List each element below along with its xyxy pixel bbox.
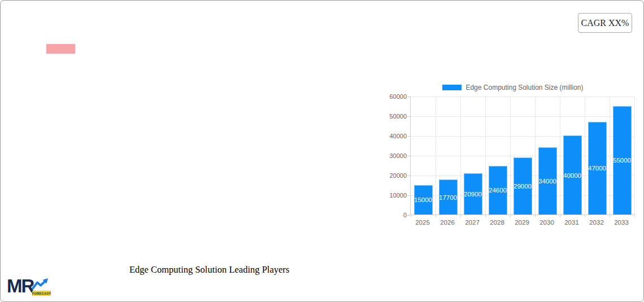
x-gridline [485, 97, 486, 215]
x-gridline [535, 97, 536, 215]
y-tick-mark [407, 176, 410, 176]
y-tick-mark [407, 215, 410, 216]
x-gridline [634, 97, 635, 215]
x-tick-mark [535, 215, 536, 217]
x-tick-mark [510, 215, 511, 217]
y-gridline [411, 116, 634, 117]
logo-forecast-badge: FORECAST [32, 291, 51, 296]
x-tick-label: 2029 [510, 219, 534, 226]
y-tick-mark [407, 195, 410, 196]
y-tick-label: 20000 [389, 172, 407, 179]
y-tick-label: 30000 [389, 152, 407, 159]
x-gridline [585, 97, 585, 215]
y-tick-label: 60000 [389, 93, 407, 100]
bar-value-label: 47000 [588, 165, 606, 172]
x-tick-label: 2033 [609, 219, 634, 226]
legend-label: Edge Computing Solution Size (million) [465, 84, 583, 91]
x-tick-mark [634, 215, 635, 217]
x-tick-mark [436, 215, 436, 217]
x-gridline [460, 97, 461, 215]
bar-value-label: 20900 [464, 191, 482, 198]
x-tick-mark [411, 215, 411, 217]
x-tick-label: 2026 [435, 219, 460, 226]
bar-2029[interactable]: 29000 [514, 157, 532, 215]
x-tick-mark [610, 215, 610, 217]
bar-value-label: 15000 [414, 196, 432, 203]
bar-value-label: 29000 [514, 183, 532, 190]
pink-highlight-bar [46, 44, 75, 54]
y-tick-mark [407, 136, 410, 137]
x-tick-label: 2027 [460, 219, 485, 226]
x-tick-label: 2028 [485, 219, 510, 226]
bar-value-label: 24600 [489, 187, 507, 194]
x-tick-label: 2025 [410, 219, 435, 226]
x-tick-label: 2030 [534, 219, 559, 226]
y-axis-labels: 0100002000030000400005000060000 [388, 97, 407, 215]
bar-2025[interactable]: 15000 [414, 185, 433, 215]
bar-value-label: 40000 [563, 172, 581, 179]
bar-2027[interactable]: 20900 [464, 173, 482, 215]
bar-2031[interactable]: 40000 [563, 135, 582, 215]
chart-legend[interactable]: Edge Computing Solution Size (million) [388, 84, 638, 91]
report-title: Edge Computing Solution Leading Players [129, 264, 289, 275]
x-tick-mark [560, 215, 560, 217]
legend-swatch [442, 85, 462, 90]
bar-2030[interactable]: 34000 [538, 147, 557, 215]
x-gridline [436, 97, 436, 215]
bar-2033[interactable]: 55000 [613, 106, 632, 215]
x-tick-mark [585, 215, 585, 217]
y-tick-mark [407, 97, 410, 97]
y-gridline [411, 97, 634, 97]
y-tick-label: 50000 [389, 113, 407, 120]
y-tick-mark [407, 116, 410, 117]
bar-2032[interactable]: 47000 [588, 122, 607, 215]
trending-up-arrow-icon [32, 277, 51, 291]
bar-2028[interactable]: 24600 [489, 166, 507, 215]
bar-2026[interactable]: 17700 [439, 180, 458, 215]
x-tick-label: 2032 [584, 219, 609, 226]
bar-chart: Edge Computing Solution Size (million) 0… [388, 81, 638, 229]
x-gridline [510, 97, 511, 215]
plot-area: 1500017700209002460029000340004000047000… [410, 97, 634, 215]
y-tick-label: 10000 [389, 192, 407, 199]
x-tick-mark [485, 215, 486, 217]
mr-forecast-logo: MR FORECAST [7, 277, 53, 298]
y-tick-label: 40000 [389, 133, 407, 139]
report-card: CAGR XX% Edge Computing Solution Size (m… [0, 0, 644, 302]
bar-value-label: 17700 [439, 194, 457, 201]
y-tick-label: 0 [403, 212, 407, 218]
x-tick-mark [460, 215, 461, 217]
x-tick-label: 2031 [559, 219, 584, 226]
x-gridline [560, 97, 560, 215]
bar-value-label: 55000 [613, 157, 631, 164]
x-gridline [610, 97, 610, 215]
x-axis-labels: 202520262027202820292030203120322033 [410, 219, 634, 227]
cagr-badge-label: CAGR XX% [581, 18, 629, 28]
logo-text: MR [7, 277, 33, 295]
y-tick-mark [407, 156, 410, 156]
cagr-badge: CAGR XX% [578, 13, 632, 33]
bar-value-label: 34000 [538, 178, 556, 185]
